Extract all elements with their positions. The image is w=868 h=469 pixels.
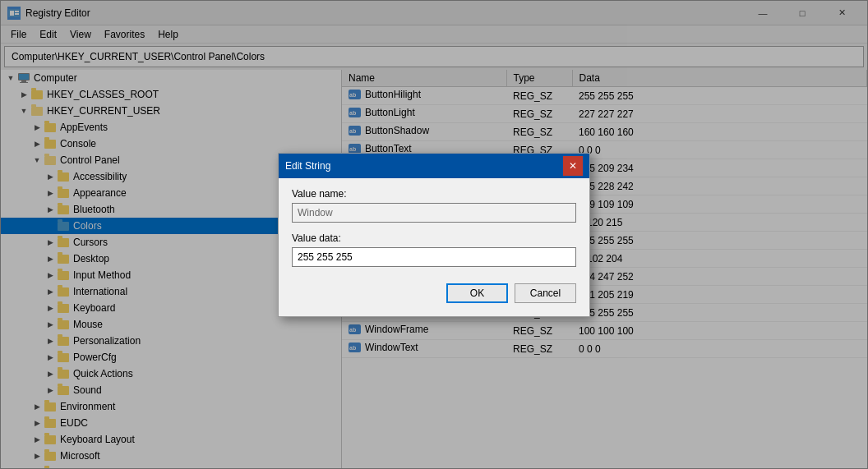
modal-title-text: Edit String	[285, 160, 563, 172]
modal-title-bar: Edit String ✕	[279, 154, 589, 178]
ok-button[interactable]: OK	[446, 283, 508, 303]
value-name-input[interactable]	[292, 203, 576, 223]
value-data-input[interactable]	[292, 247, 576, 267]
edit-string-dialog: Edit String ✕ Value name: Value data: OK…	[278, 153, 590, 317]
value-data-label: Value data:	[292, 232, 576, 244]
modal-buttons: OK Cancel	[292, 277, 576, 306]
modal-body: Value name: Value data: OK Cancel	[279, 178, 589, 316]
value-name-label: Value name:	[292, 188, 576, 200]
modal-close-button[interactable]: ✕	[563, 156, 583, 176]
modal-overlay: Edit String ✕ Value name: Value data: OK…	[0, 0, 868, 469]
cancel-button[interactable]: Cancel	[515, 283, 576, 303]
